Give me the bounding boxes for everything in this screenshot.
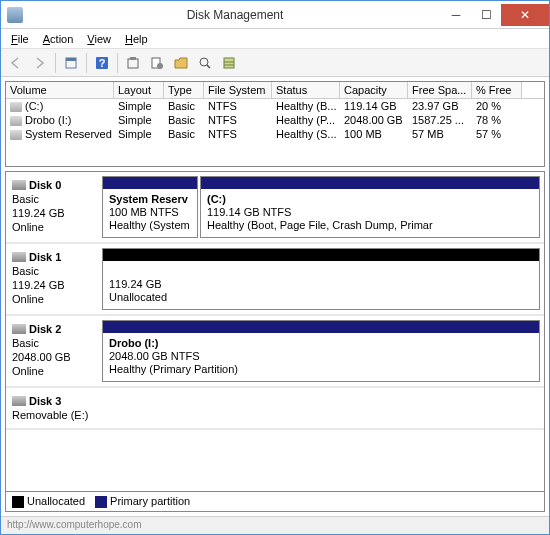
cell: NTFS	[204, 113, 272, 127]
disk-state: Online	[12, 292, 96, 306]
disk-label[interactable]: Disk 0 Basic 119.24 GB Online	[6, 172, 102, 242]
folder-icon[interactable]	[170, 52, 192, 74]
volume-row[interactable]: (C:) Simple Basic NTFS Healthy (B... 119…	[6, 99, 544, 113]
disk-icon	[12, 324, 26, 334]
disk-row[interactable]: Disk 0 Basic 119.24 GB Online System Res…	[6, 172, 544, 244]
disk-label[interactable]: Disk 3 Removable (E:)	[6, 388, 102, 428]
cell: 119.14 GB	[340, 99, 408, 113]
volume-name: (C:)	[25, 100, 43, 112]
partition[interactable]: System Reserv 100 MB NTFS Healthy (Syste…	[102, 176, 198, 238]
partition-status: Healthy (System	[109, 219, 191, 232]
cell: Basic	[164, 127, 204, 141]
volume-row[interactable]: Drobo (I:) Simple Basic NTFS Healthy (P.…	[6, 113, 544, 127]
disk-type: Basic	[12, 192, 96, 206]
partition-size: 119.24 GB	[109, 278, 533, 291]
disk-row[interactable]: Disk 1 Basic 119.24 GB Online 119.24 GB …	[6, 244, 544, 316]
menu-file[interactable]: FFileile	[5, 31, 35, 47]
partitions: 119.24 GB Unallocated	[102, 244, 544, 314]
partition[interactable]: Drobo (I:) 2048.00 GB NTFS Healthy (Prim…	[102, 320, 540, 382]
list-icon[interactable]	[218, 52, 240, 74]
partition-status: Unallocated	[109, 291, 533, 304]
volume-icon	[10, 130, 22, 140]
svg-rect-4	[128, 59, 138, 68]
minimize-button[interactable]: ─	[441, 4, 471, 26]
volume-list[interactable]: Volume Layout Type File System Status Ca…	[5, 81, 545, 167]
volume-icon	[10, 116, 22, 126]
col-capacity[interactable]: Capacity	[340, 82, 408, 98]
col-volume[interactable]: Volume	[6, 82, 114, 98]
cell: 78 %	[472, 113, 522, 127]
disk-size: 2048.00 GB	[12, 350, 96, 364]
back-button[interactable]	[5, 52, 27, 74]
close-button[interactable]: ✕	[501, 4, 549, 26]
svg-line-9	[207, 65, 210, 68]
menu-action[interactable]: Action	[37, 31, 80, 47]
content-area: Volume Layout Type File System Status Ca…	[1, 77, 549, 516]
toolbar-sep	[55, 53, 56, 73]
partition-stripe	[103, 177, 197, 189]
partition-status: Healthy (Primary Partition)	[109, 363, 533, 376]
partition-size: 2048.00 GB NTFS	[109, 350, 533, 363]
window-title: Disk Management	[29, 8, 441, 22]
maximize-button[interactable]: ☐	[471, 4, 501, 26]
toolbar-sep	[86, 53, 87, 73]
window: Disk Management ─ ☐ ✕ FFileile Action Vi…	[0, 0, 550, 535]
forward-button[interactable]	[29, 52, 51, 74]
volume-list-header: Volume Layout Type File System Status Ca…	[6, 82, 544, 99]
cell: 23.97 GB	[408, 99, 472, 113]
cell: 57 %	[472, 127, 522, 141]
disk-name: Disk 0	[29, 178, 61, 192]
disk-name: Disk 1	[29, 250, 61, 264]
partition-status: Healthy (Boot, Page File, Crash Dump, Pr…	[207, 219, 533, 232]
cell: 1587.25 ...	[408, 113, 472, 127]
cell: Basic	[164, 113, 204, 127]
svg-rect-10	[224, 58, 234, 68]
volume-name: System Reserved	[25, 128, 112, 140]
refresh-icon[interactable]	[122, 52, 144, 74]
cell: Simple	[114, 113, 164, 127]
window-controls: ─ ☐ ✕	[441, 4, 549, 26]
cell: 20 %	[472, 99, 522, 113]
cell: Simple	[114, 127, 164, 141]
disk-size: 119.24 GB	[12, 206, 96, 220]
cell: 57 MB	[408, 127, 472, 141]
partitions: System Reserv 100 MB NTFS Healthy (Syste…	[102, 172, 544, 242]
search-icon[interactable]	[194, 52, 216, 74]
partitions	[102, 388, 544, 428]
help-icon[interactable]: ?	[91, 52, 113, 74]
statusbar: http://www.computerhope.com	[1, 516, 549, 534]
col-filesystem[interactable]: File System	[204, 82, 272, 98]
disk-row[interactable]: Disk 3 Removable (E:)	[6, 388, 544, 430]
disk-state: Online	[12, 364, 96, 378]
partition-size: 100 MB NTFS	[109, 206, 191, 219]
svg-point-7	[157, 63, 163, 69]
col-type[interactable]: Type	[164, 82, 204, 98]
disk-name: Disk 2	[29, 322, 61, 336]
col-layout[interactable]: Layout	[114, 82, 164, 98]
disk-label[interactable]: Disk 2 Basic 2048.00 GB Online	[6, 316, 102, 386]
partition[interactable]: 119.24 GB Unallocated	[102, 248, 540, 310]
disk-label[interactable]: Disk 1 Basic 119.24 GB Online	[6, 244, 102, 314]
disk-row[interactable]: Disk 2 Basic 2048.00 GB Online Drobo (I:…	[6, 316, 544, 388]
disk-type: Basic	[12, 336, 96, 350]
partition[interactable]: (C:) 119.14 GB NTFS Healthy (Boot, Page …	[200, 176, 540, 238]
col-freespace[interactable]: Free Spa...	[408, 82, 472, 98]
volume-name: Drobo (I:)	[25, 114, 71, 126]
svg-point-8	[200, 58, 208, 66]
volume-row[interactable]: System Reserved Simple Basic NTFS Health…	[6, 127, 544, 141]
disk-map[interactable]: Disk 0 Basic 119.24 GB Online System Res…	[5, 171, 545, 492]
disk-type: Basic	[12, 264, 96, 278]
properties-icon[interactable]	[60, 52, 82, 74]
disk-size: 119.24 GB	[12, 278, 96, 292]
col-pctfree[interactable]: % Free	[472, 82, 522, 98]
svg-text:?: ?	[99, 57, 106, 69]
settings-icon[interactable]	[146, 52, 168, 74]
menu-help[interactable]: Help	[119, 31, 154, 47]
legend-unallocated: Unallocated	[27, 495, 85, 507]
col-status[interactable]: Status	[272, 82, 340, 98]
menu-view[interactable]: View	[81, 31, 117, 47]
legend-swatch-primary	[95, 496, 107, 508]
cell: Healthy (P...	[272, 113, 340, 127]
disk-icon	[12, 180, 26, 190]
cell: NTFS	[204, 99, 272, 113]
